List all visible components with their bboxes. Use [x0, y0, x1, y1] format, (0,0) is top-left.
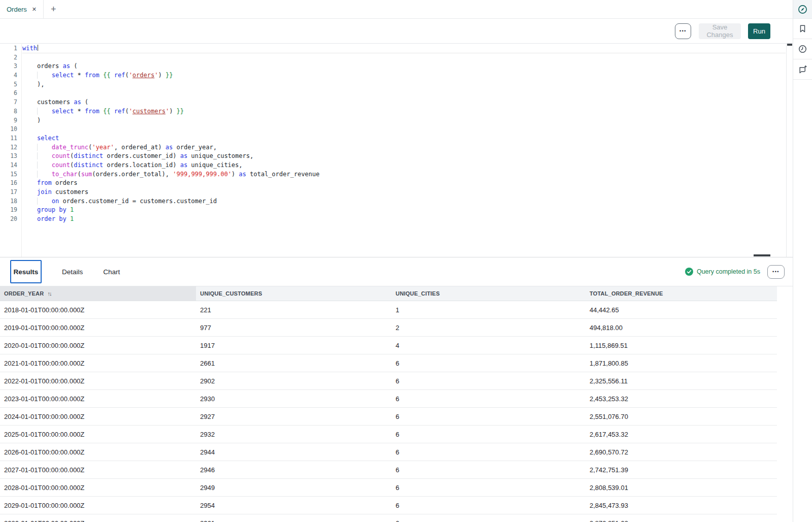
table-row: 2028-01-01T00:00:00.000Z294962,808,539.0…: [0, 479, 777, 497]
compass-icon: [798, 5, 807, 14]
line-number: 18: [0, 197, 21, 206]
code-line: count(distinct orders.location_id) as un…: [22, 161, 786, 170]
table-cell: 6: [392, 408, 586, 425]
column-header-order_year[interactable]: ORDER_YEAR↑↓: [0, 286, 196, 301]
table-cell: 2025-01-01T00:00:00.000Z: [0, 426, 196, 443]
table-cell: 6: [392, 514, 586, 522]
save-changes-button[interactable]: Save Changes: [699, 23, 741, 39]
results-more-options-button[interactable]: •••: [767, 265, 785, 279]
table-cell: 1917: [196, 337, 392, 354]
column-header-unique_cities[interactable]: UNIQUE_CITIES: [392, 286, 586, 301]
table-cell: 6: [392, 390, 586, 407]
line-number: 8: [0, 107, 21, 116]
table-row: 2030-01-01T00:00:00.000Z296162,876,351.0…: [0, 514, 777, 522]
sql-editor[interactable]: 1234567891011121314151617181920 with ord…: [0, 44, 793, 257]
code-line: select * from {{ ref('customers') }}: [22, 107, 786, 116]
table-cell: 2018-01-01T00:00:00.000Z: [0, 301, 196, 318]
line-number: 2: [0, 53, 21, 62]
line-number: 3: [0, 62, 21, 71]
table-cell: 2,453,253.32: [586, 390, 777, 407]
table-cell: 2,876,351.02: [586, 514, 777, 522]
run-button[interactable]: Run: [748, 23, 770, 39]
table-cell: 2: [392, 319, 586, 336]
line-number: 19: [0, 206, 21, 215]
history-clock-icon: [798, 45, 807, 53]
new-tab-button[interactable]: +: [44, 0, 63, 18]
table-cell: 6: [392, 479, 586, 496]
code-line: from orders: [22, 179, 786, 188]
code-line: customers as (: [22, 98, 786, 107]
table-cell: 2,325,556.11: [586, 372, 777, 389]
more-options-button[interactable]: •••: [675, 23, 691, 39]
code-line: count(distinct orders.customer_id) as un…: [22, 152, 786, 161]
sidebar-item-explore[interactable]: [793, 0, 812, 19]
sidebar-item-history[interactable]: [793, 39, 812, 59]
line-number: 10: [0, 125, 21, 134]
table-cell: 6: [392, 372, 586, 389]
table-row: 2029-01-01T00:00:00.000Z295462,845,473.9…: [0, 497, 777, 514]
code-line: select: [22, 134, 786, 143]
sidebar-item-bookmarks[interactable]: [793, 19, 812, 39]
table-cell: 2021-01-01T00:00:00.000Z: [0, 354, 196, 372]
close-icon[interactable]: ✕: [32, 7, 37, 12]
ai-chat-icon: [798, 65, 807, 74]
table-cell: 2027-01-01T00:00:00.000Z: [0, 461, 196, 478]
table-cell: 2661: [196, 354, 392, 372]
code-line: [22, 53, 786, 62]
table-cell: 4: [392, 337, 586, 354]
column-label: TOTAL_ORDER_REVENUE: [590, 290, 663, 297]
table-cell: 6: [392, 443, 586, 461]
table-cell: 2944: [196, 443, 392, 461]
vertical-scrollbar-thumb[interactable]: [787, 44, 792, 46]
main-pane: Orders ✕ + ••• Save Changes Run 12345678…: [0, 0, 793, 522]
code-line: date_trunc('year', ordered_at) as order_…: [22, 143, 786, 152]
table-header-row: ORDER_YEAR↑↓UNIQUE_CUSTOMERSUNIQUE_CITIE…: [0, 286, 777, 301]
line-number: 14: [0, 161, 21, 170]
sort-icon[interactable]: ↑↓: [47, 290, 51, 297]
ref-link[interactable]: customers: [133, 108, 166, 115]
horizontal-scrollbar-thumb[interactable]: [754, 254, 770, 256]
table-cell: 1: [392, 301, 586, 318]
table-cell: 2029-01-01T00:00:00.000Z: [0, 497, 196, 514]
table-cell: 6: [392, 497, 586, 514]
results-tab-results[interactable]: Results: [10, 260, 42, 283]
column-header-unique_customers[interactable]: UNIQUE_CUSTOMERS: [196, 286, 392, 301]
code-line: [22, 89, 786, 98]
column-label: UNIQUE_CUSTOMERS: [200, 290, 262, 297]
results-panel: ResultsDetailsChart Query completed in 5…: [0, 257, 793, 522]
code-area[interactable]: with orders as ( select * from {{ ref('o…: [22, 44, 786, 224]
code-line: order by 1: [22, 215, 786, 224]
table-cell: 2020-01-01T00:00:00.000Z: [0, 337, 196, 354]
editor-toolbar: ••• Save Changes Run: [0, 19, 793, 44]
editor-vertical-scrollbar[interactable]: [786, 44, 793, 257]
results-tab-details[interactable]: Details: [62, 268, 83, 276]
code-line: group by 1: [22, 206, 786, 215]
check-circle-icon: [685, 268, 693, 276]
line-number: 13: [0, 152, 21, 161]
dbt-ide-app: Orders ✕ + ••• Save Changes Run 12345678…: [0, 0, 812, 522]
table-cell: 1,871,800.85: [586, 354, 777, 372]
column-header-total_order_revenue[interactable]: TOTAL_ORDER_REVENUE: [586, 286, 777, 301]
rail-spacer: [793, 80, 812, 522]
line-number: 6: [0, 89, 21, 98]
table-cell: 2,742,751.39: [586, 461, 777, 478]
line-number: 17: [0, 188, 21, 197]
tab-orders[interactable]: Orders ✕: [0, 0, 44, 18]
table-row: 2018-01-01T00:00:00.000Z221144,442.65: [0, 301, 777, 319]
table-cell: 2946: [196, 461, 392, 478]
table-row: 2026-01-01T00:00:00.000Z294462,690,570.7…: [0, 443, 777, 461]
table-cell: 2927: [196, 408, 392, 425]
table-row: 2027-01-01T00:00:00.000Z294662,742,751.3…: [0, 461, 777, 479]
line-number: 4: [0, 71, 21, 80]
table-cell: 2022-01-01T00:00:00.000Z: [0, 372, 196, 389]
results-tab-chart[interactable]: Chart: [103, 268, 120, 276]
table-cell: 2,808,539.01: [586, 479, 777, 496]
code-line: with: [22, 44, 786, 53]
sidebar-item-ai-assistant[interactable]: [793, 59, 812, 80]
ref-link[interactable]: orders: [133, 72, 154, 79]
table-cell: 2019-01-01T00:00:00.000Z: [0, 319, 196, 336]
table-row: 2020-01-01T00:00:00.000Z191741,115,869.5…: [0, 337, 777, 354]
table-cell: 2030-01-01T00:00:00.000Z: [0, 514, 196, 522]
table-row: 2023-01-01T00:00:00.000Z293062,453,253.3…: [0, 390, 777, 408]
code-line: orders as (: [22, 62, 786, 71]
